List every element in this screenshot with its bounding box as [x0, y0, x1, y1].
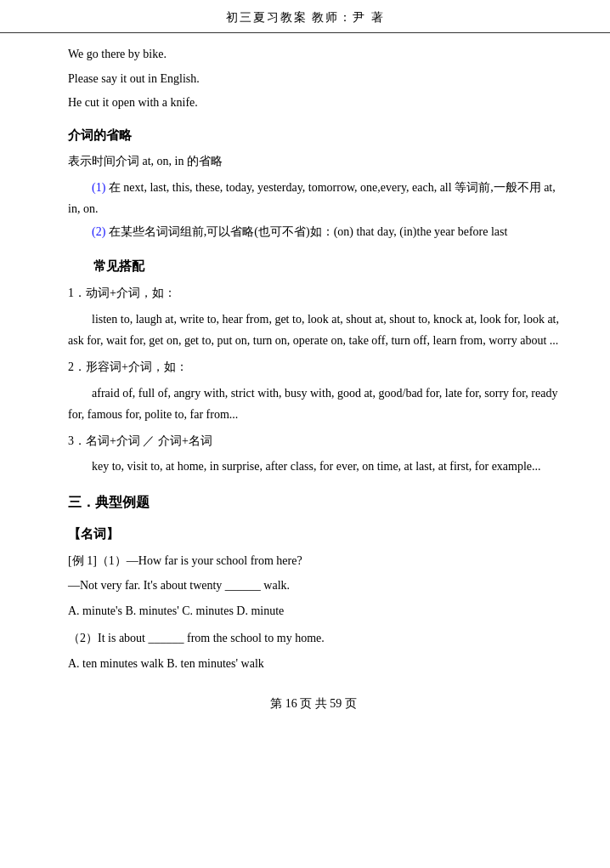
section1-title: 介词的省略 — [68, 123, 559, 148]
line-2: Please say it out in English. — [68, 68, 559, 91]
main-content: We go there by bike. Please say it out i… — [0, 33, 610, 766]
item1-num: 1． — [68, 286, 86, 299]
item2-label: 形容词+介词，如： — [86, 360, 188, 373]
bracket-title: 【名词】 — [68, 522, 559, 547]
example2-options: A. ten minutes walk B. ten minutes' walk — [68, 653, 559, 676]
point2-label: (2) — [92, 225, 105, 238]
point1: (1) 在 next, last, this, these, today, ye… — [68, 177, 559, 219]
example1-options: A. minute's B. minutes' C. minutes D. mi… — [68, 600, 559, 623]
footer-text: 第 16 页 共 59 页 — [270, 697, 357, 710]
point1-label: (1) — [92, 181, 105, 194]
page-container: 初三夏习教案 教师：尹 著 We go there by bike. Pleas… — [0, 0, 610, 868]
header-text: 初三夏习教案 教师：尹 著 — [226, 11, 385, 24]
line-1: We go there by bike. — [68, 43, 559, 66]
item1-content: listen to, laugh at, write to, hear from… — [68, 309, 559, 351]
point2: (2) 在某些名词词组前,可以省略(也可不省)如：(on) that day, … — [68, 221, 559, 242]
item1-header: 1．动词+介词，如： — [68, 282, 559, 305]
item3-num: 3． — [68, 434, 86, 447]
page-header: 初三夏习教案 教师：尹 著 — [0, 0, 610, 33]
item1-label: 动词+介词，如： — [86, 286, 176, 299]
item3-content: key to, visit to, at home, in surprise, … — [68, 456, 559, 477]
example2-label: （2）It is about ______ from the school to… — [68, 627, 559, 650]
point2-text: 在某些名词词组前,可以省略(也可不省)如：(on) that day, (in)… — [105, 225, 507, 238]
example1-label: [例 1]（1）—How far is your school from her… — [68, 550, 559, 573]
item2-header: 2．形容词+介词，如： — [68, 356, 559, 379]
line-3: He cut it open with a knife. — [68, 92, 559, 115]
section1-sub: 表示时间介词 at, on, in 的省略 — [68, 150, 559, 173]
item2-content: afraid of, full of, angry with, strict w… — [68, 383, 559, 425]
item2-num: 2． — [68, 360, 86, 373]
example1-answer: —Not very far. It's about twenty ______ … — [68, 575, 559, 598]
section3-title: 三．典型例题 — [68, 490, 559, 515]
item3-header: 3．名词+介词 ／ 介词+名词 — [68, 430, 559, 453]
page-footer: 第 16 页 共 59 页 — [68, 693, 559, 733]
item3-label: 名词+介词 ／ 介词+名词 — [86, 434, 212, 447]
section2-title: 常见搭配 — [68, 254, 559, 279]
point1-text: 在 next, last, this, these, today, yester… — [68, 181, 556, 215]
